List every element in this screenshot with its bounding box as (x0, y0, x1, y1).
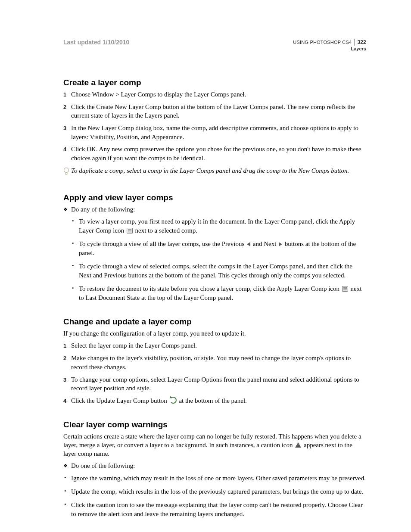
page-header: Last updated 1/10/2010 USING PHOTOSHOP C… (63, 39, 366, 52)
header-doc-title: USING PHOTOSHOP CS4322 Layers (293, 39, 366, 52)
change-step-4: Click the Update Layer Comp button at th… (71, 396, 366, 405)
clear-bullets: Ignore the warning, which may result in … (63, 474, 366, 519)
next-icon (279, 242, 282, 246)
lightbulb-icon (63, 166, 71, 178)
doc-title-text: USING PHOTOSHOP CS4 (293, 40, 352, 45)
create-tip: To duplicate a comp, select a comp in th… (63, 166, 366, 178)
create-step-4: Click OK. Any new comp preserves the opt… (71, 145, 366, 162)
apply-layer-comp-icon (127, 228, 133, 233)
apply-do-label: Do any of the following: (71, 205, 135, 214)
change-steps: 1Select the layer comp in the Layer Comp… (63, 341, 366, 405)
apply-bullet-3: To cycle through a view of selected comp… (79, 262, 366, 280)
apply-bullet-2: To cycle through a view of all the layer… (79, 240, 366, 258)
apply-do-row: ❖ Do any of the following: (63, 205, 366, 214)
change-step-1: Select the layer comp in the Layer Comps… (71, 341, 366, 350)
heading-clear: Clear layer comp warnings (63, 420, 366, 429)
apply-bullet-1: To view a layer comp, you first need to … (79, 217, 366, 235)
heading-change: Change and update a layer comp (63, 317, 366, 327)
document-page: Last updated 1/10/2010 USING PHOTOSHOP C… (0, 0, 411, 532)
create-step-3: In the New Layer Comp dialog box, name t… (71, 124, 366, 141)
change-step-2: Make changes to the layer's visibility, … (71, 354, 366, 371)
create-steps: 1Choose Window > Layer Comps to display … (63, 90, 366, 163)
apply-layer-comp-icon (342, 286, 348, 292)
change-step-3: To change your comp options, select Laye… (71, 375, 366, 393)
clear-bullet-1: Ignore the warning, which may result in … (71, 474, 366, 483)
diamond-bullet-icon: ❖ (63, 461, 71, 469)
clear-bullet-3: Click the caution icon to see the messag… (71, 501, 366, 519)
clear-do-row: ❖ Do one of the following: (63, 461, 366, 470)
clear-bullet-2: Update the comp, which results in the lo… (71, 487, 366, 496)
update-icon (170, 397, 177, 404)
page-number: 322 (354, 39, 366, 46)
apply-bullet-4: To restore the document to its state bef… (79, 284, 366, 302)
section-name: Layers (293, 46, 366, 52)
svg-point-0 (64, 168, 69, 172)
clear-lead: Certain actions create a state where the… (63, 432, 366, 458)
heading-apply: Apply and view layer comps (63, 193, 366, 202)
create-tip-text: To duplicate a comp, select a comp in th… (71, 166, 349, 175)
caution-icon (295, 442, 301, 448)
diamond-bullet-icon: ❖ (63, 205, 71, 213)
previous-icon (247, 242, 250, 246)
last-updated: Last updated 1/10/2010 (63, 39, 129, 46)
heading-create: Create a layer comp (63, 78, 366, 87)
change-lead: If you change the configuration of a lay… (63, 329, 366, 338)
apply-bullets: To view a layer comp, you first need to … (63, 217, 366, 302)
create-step-1: Choose Window > Layer Comps to display t… (71, 90, 366, 99)
clear-do-label: Do one of the following: (71, 461, 135, 470)
create-step-2: Click the Create New Layer Comp button a… (71, 103, 366, 120)
